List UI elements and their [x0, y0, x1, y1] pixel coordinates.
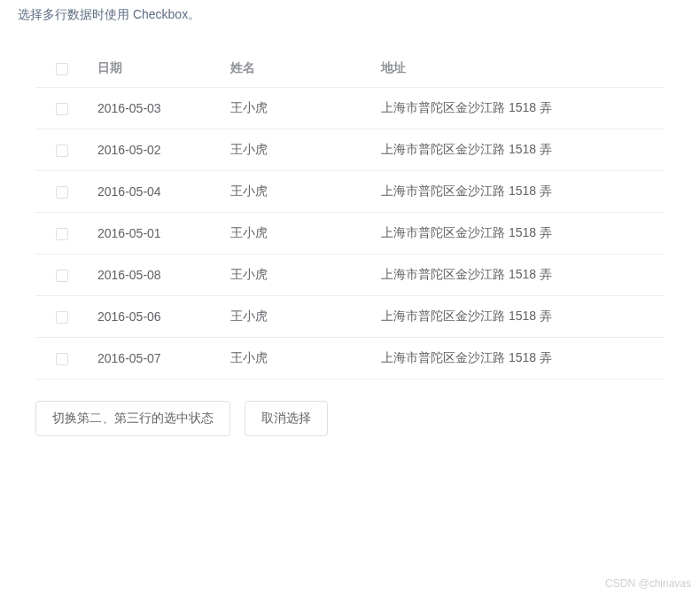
row-checkbox-cell	[35, 129, 89, 171]
table-row: 2016-05-06王小虎上海市普陀区金沙江路 1518 弄	[35, 296, 665, 338]
row-checkbox-cell	[35, 296, 89, 338]
cell-address: 上海市普陀区金沙江路 1518 弄	[372, 338, 665, 380]
header-checkbox-cell	[35, 50, 89, 88]
row-checkbox[interactable]	[56, 145, 68, 157]
cell-address: 上海市普陀区金沙江路 1518 弄	[372, 213, 665, 254]
cell-date: 2016-05-01	[89, 213, 222, 254]
row-checkbox-cell	[35, 338, 89, 380]
cell-name: 王小虎	[222, 129, 372, 171]
row-checkbox[interactable]	[56, 311, 68, 324]
table-container: 日期 姓名 地址 2016-05-03王小虎上海市普陀区金沙江路 1518 弄2…	[0, 50, 700, 380]
header-date: 日期	[89, 50, 222, 88]
cell-date: 2016-05-02	[89, 129, 222, 171]
header-name: 姓名	[222, 50, 372, 88]
toggle-selection-button[interactable]: 切换第二、第三行的选中状态	[35, 401, 230, 436]
select-all-checkbox[interactable]	[56, 63, 68, 75]
cell-address: 上海市普陀区金沙江路 1518 弄	[372, 129, 665, 171]
header-address: 地址	[372, 50, 665, 88]
table-row: 2016-05-03王小虎上海市普陀区金沙江路 1518 弄	[35, 88, 665, 129]
row-checkbox-cell	[35, 171, 89, 213]
row-checkbox-cell	[35, 213, 89, 254]
cell-name: 王小虎	[222, 213, 372, 254]
row-checkbox[interactable]	[56, 270, 68, 282]
row-checkbox[interactable]	[56, 353, 68, 365]
watermark-text: CSDN @chinavas	[605, 577, 691, 590]
table-row: 2016-05-07王小虎上海市普陀区金沙江路 1518 弄	[35, 338, 665, 380]
table-row: 2016-05-01王小虎上海市普陀区金沙江路 1518 弄	[35, 213, 665, 254]
row-checkbox-cell	[35, 88, 89, 129]
cell-address: 上海市普陀区金沙江路 1518 弄	[372, 254, 665, 296]
table-header-row: 日期 姓名 地址	[35, 50, 665, 88]
cell-address: 上海市普陀区金沙江路 1518 弄	[372, 88, 665, 129]
row-checkbox[interactable]	[56, 228, 68, 240]
cancel-selection-button[interactable]: 取消选择	[245, 401, 328, 436]
table-row: 2016-05-04王小虎上海市普陀区金沙江路 1518 弄	[35, 171, 665, 213]
cell-name: 王小虎	[222, 338, 372, 380]
description-text: 选择多行数据时使用 Checkbox。	[0, 0, 700, 23]
cell-address: 上海市普陀区金沙江路 1518 弄	[372, 296, 665, 338]
row-checkbox[interactable]	[56, 103, 68, 115]
table-row: 2016-05-02王小虎上海市普陀区金沙江路 1518 弄	[35, 129, 665, 171]
cell-date: 2016-05-06	[89, 296, 222, 338]
cell-name: 王小虎	[222, 296, 372, 338]
cell-name: 王小虎	[222, 171, 372, 213]
cell-name: 王小虎	[222, 254, 372, 296]
cell-date: 2016-05-03	[89, 88, 222, 129]
cell-date: 2016-05-08	[89, 254, 222, 296]
row-checkbox-cell	[35, 254, 89, 296]
row-checkbox[interactable]	[56, 186, 68, 199]
table-row: 2016-05-08王小虎上海市普陀区金沙江路 1518 弄	[35, 254, 665, 296]
cell-address: 上海市普陀区金沙江路 1518 弄	[372, 171, 665, 213]
cell-date: 2016-05-04	[89, 171, 222, 213]
cell-date: 2016-05-07	[89, 338, 222, 380]
data-table: 日期 姓名 地址 2016-05-03王小虎上海市普陀区金沙江路 1518 弄2…	[35, 50, 665, 380]
cell-name: 王小虎	[222, 88, 372, 129]
button-row: 切换第二、第三行的选中状态 取消选择	[0, 401, 700, 436]
